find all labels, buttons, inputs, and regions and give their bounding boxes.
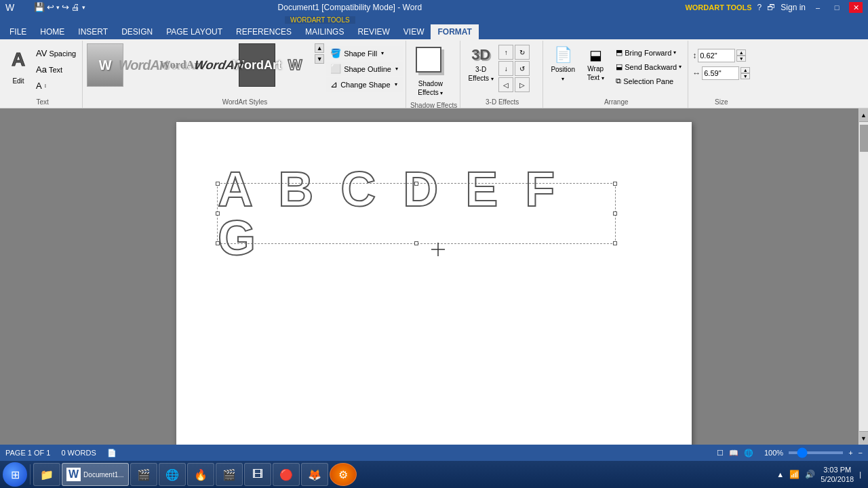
tab-mailings[interactable]: MAILINGS xyxy=(298,24,351,39)
scroll-up-btn[interactable]: ▲ xyxy=(859,108,868,122)
change-shape-label: Change Shape xyxy=(340,81,390,89)
system-tray: ▲ 📶 🔊 3:03 PM 5/20/2018 | xyxy=(776,465,865,485)
3d-rotate-cw-btn[interactable]: ↻ xyxy=(515,45,530,60)
wordart-style-2[interactable]: WordArt xyxy=(125,43,161,87)
edit-text-btn[interactable]: A Edit xyxy=(5,43,31,85)
3d-tilt-down-btn[interactable]: ↓ xyxy=(498,61,513,76)
close-btn[interactable]: ✕ xyxy=(849,2,863,13)
help-btn[interactable]: ? xyxy=(757,3,762,12)
text-small-btns: AV Spacing Aa Text A ↕ xyxy=(33,43,79,93)
send-backward-btn[interactable]: ⬓ Send Backward ▾ xyxy=(612,60,685,73)
zoom-in-btn[interactable]: + xyxy=(848,449,852,457)
show-desktop-btn[interactable]: | xyxy=(859,470,861,479)
undo-btn[interactable]: ↩ xyxy=(47,2,54,12)
save-btn[interactable]: 💾 xyxy=(34,2,45,12)
taskbar-app5-btn[interactable]: 🎞 xyxy=(244,463,271,486)
tray-clock[interactable]: 3:03 PM 5/20/2018 xyxy=(821,465,854,485)
3d-left-btn[interactable]: ◁ xyxy=(498,77,513,92)
tab-insert[interactable]: INSERT xyxy=(71,24,115,39)
wrap-text-icon: ⬓ xyxy=(589,47,602,63)
scroll-down-btn[interactable]: ▼ xyxy=(859,431,868,445)
taskbar-app6-btn[interactable]: 🔴 xyxy=(273,463,300,486)
height-down[interactable]: ▼ xyxy=(736,56,746,62)
arrange-small-btns: ⬒ Bring Forward ▾ ⬓ Send Backward ▾ ⧉ Se… xyxy=(612,43,685,87)
position-label: Position ▾ xyxy=(549,65,576,83)
3d-effects-btn[interactable]: 3D 3-DEffects ▾ xyxy=(465,43,497,85)
taskbar-firefox-btn[interactable]: 🦊 xyxy=(301,463,328,486)
proofing-icon[interactable]: 📄 xyxy=(107,449,117,458)
shape-fill-btn[interactable]: 🪣 Shape Fill ▾ xyxy=(326,46,403,60)
selection-pane-label: Selection Pane xyxy=(623,77,673,85)
taskbar-explorer-btn[interactable]: 📁 xyxy=(33,463,60,486)
position-btn[interactable]: 📄 Position ▾ xyxy=(547,43,578,85)
titlebar-title: Document1 [Compatibility Mode] - Word xyxy=(14,3,685,12)
wordart-style-5[interactable]: WordArt xyxy=(239,43,275,87)
view-normal-btn[interactable]: ☐ xyxy=(717,449,724,458)
3d-tilt-up-btn[interactable]: ↑ xyxy=(498,45,513,60)
wrap-text-btn[interactable]: ⬓ WrapText ▾ xyxy=(580,43,611,85)
start-button[interactable]: ⊞ xyxy=(3,462,27,487)
maximize-btn[interactable]: □ xyxy=(830,2,844,13)
height-icon: ↕ xyxy=(692,51,696,60)
taskbar-word-label: Document1... xyxy=(83,471,123,479)
send-backward-label: Send Backward xyxy=(625,63,677,71)
print-preview-btn[interactable]: 🖨 xyxy=(71,2,80,12)
customize-qa-btn[interactable]: ▾ xyxy=(82,4,85,11)
shape-outline-arrow: ▾ xyxy=(395,66,398,72)
tab-file[interactable]: FILE xyxy=(3,24,33,39)
group-3d-content: 3D 3-DEffects ▾ ↑ ↻ ↓ ↺ ◁ ▷ xyxy=(465,42,540,97)
height-up[interactable]: ▲ xyxy=(736,49,746,56)
text-btn[interactable]: Aa Text xyxy=(33,62,79,77)
shape-outline-btn[interactable]: ⬜ Shape Outline ▾ xyxy=(326,62,403,76)
text-format-btn[interactable]: A ↕ xyxy=(33,79,79,93)
wordart-tools-label: WORDART TOOLS xyxy=(285,16,355,24)
wordart-style-6[interactable]: W xyxy=(277,43,313,87)
selection-pane-btn[interactable]: ⧉ Selection Pane xyxy=(612,75,685,87)
taskbar-app7-btn[interactable]: ⚙ xyxy=(330,463,357,486)
right-scrollbar[interactable]: ▲ ▼ xyxy=(859,108,868,445)
undo-dropdown[interactable]: ▾ xyxy=(56,4,60,11)
tab-design[interactable]: DESIGN xyxy=(115,24,159,39)
redo-btn[interactable]: ↪ xyxy=(62,2,69,12)
tab-review[interactable]: REVIEW xyxy=(351,24,396,39)
taskbar-word-btn[interactable]: W Document1... xyxy=(62,463,129,486)
taskbar-media-btn[interactable]: 🎬 xyxy=(130,463,157,486)
tab-view[interactable]: VIEW xyxy=(397,24,431,39)
width-input[interactable] xyxy=(702,66,739,80)
shadow-box xyxy=(416,47,441,73)
taskbar-app3-btn[interactable]: 🔥 xyxy=(187,463,214,486)
taskbar-chrome-btn[interactable]: 🌐 xyxy=(159,463,186,486)
change-shape-btn[interactable]: ⊿ Change Shape ▾ xyxy=(326,77,403,92)
restore-window-btn[interactable]: 🗗 xyxy=(767,3,775,12)
width-up[interactable]: ▲ xyxy=(741,67,750,73)
tab-page-layout[interactable]: PAGE LAYOUT xyxy=(159,24,229,39)
scroll-thumb[interactable] xyxy=(860,125,868,152)
wordart-scroll-down[interactable]: ▼ xyxy=(315,54,324,64)
bring-forward-btn[interactable]: ⬒ Bring Forward ▾ xyxy=(612,46,685,59)
tab-references[interactable]: REFERENCES xyxy=(229,24,298,39)
tab-home[interactable]: HOME xyxy=(33,24,71,39)
spacing-btn[interactable]: AV Spacing xyxy=(33,46,79,60)
width-icon: ↔ xyxy=(692,68,701,78)
height-input[interactable] xyxy=(698,49,735,62)
3d-right-btn[interactable]: ▷ xyxy=(515,77,530,92)
signin-link[interactable]: Sign in xyxy=(781,3,806,12)
shadow-effects-btn[interactable]: ShadowEffects ▾ xyxy=(410,43,451,100)
zoom-out-btn[interactable]: − xyxy=(859,449,863,457)
tab-format[interactable]: FORMAT xyxy=(431,24,478,39)
tray-volume: 🔊 xyxy=(805,470,815,479)
shape-fill-icon: 🪣 xyxy=(330,48,341,58)
taskbar-app4-btn[interactable]: 🎬 xyxy=(216,463,243,486)
view-reading-btn[interactable]: 📖 xyxy=(729,449,738,458)
edit-btn-inner[interactable]: A xyxy=(5,43,31,76)
minimize-btn[interactable]: – xyxy=(811,2,825,13)
tray-icons-btn[interactable]: ▲ xyxy=(776,470,784,479)
wordart-style-4[interactable]: WordArt xyxy=(197,43,241,87)
3d-rotate-ccw-btn[interactable]: ↺ xyxy=(515,61,530,76)
height-spinner: ▲ ▼ xyxy=(736,49,746,62)
width-down[interactable]: ▼ xyxy=(741,73,750,79)
wordart-scroll-up[interactable]: ▲ xyxy=(315,43,324,53)
view-web-btn[interactable]: 🌐 xyxy=(744,449,753,458)
wordart-container[interactable]: A B C D E F G xyxy=(217,183,616,244)
zoom-slider[interactable] xyxy=(789,451,843,454)
